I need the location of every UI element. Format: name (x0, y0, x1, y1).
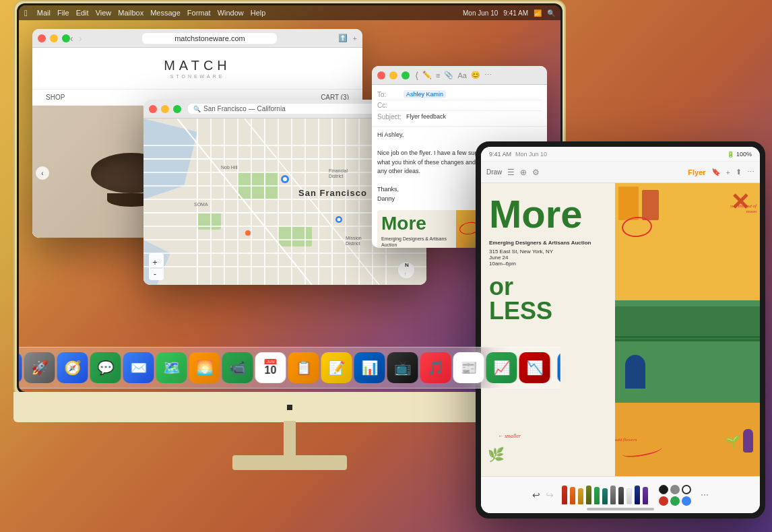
mail-fields: To: Ashley Kamin Cc: Subject: Flyer feed… (372, 85, 547, 127)
dock-appletv-icon[interactable]: 📺 (387, 352, 418, 383)
menubar-mailbox[interactable]: Mailbox (118, 9, 143, 17)
ipad-flyer-arch (625, 355, 645, 389)
safari-new-tab-icon[interactable]: + (353, 34, 357, 42)
ipad-grid-icon[interactable]: ⊕ (520, 168, 527, 177)
dock: 🐟 🚀 🧭 💬 ✉️ (19, 347, 560, 389)
dock-messages-icon[interactable]: 💬 (90, 352, 121, 383)
menubar-search-icon[interactable]: 🔍 (547, 9, 555, 17)
mail-subject-value[interactable]: Flyer feedback (404, 112, 449, 121)
menubar-edit[interactable]: Edit (76, 9, 89, 17)
ipad-pen-purple[interactable] (643, 487, 648, 504)
menubar-help[interactable]: Help (251, 9, 266, 17)
ipad-tools-more-icon[interactable]: ⋯ (701, 490, 709, 500)
svg-text:Mission: Mission (346, 236, 362, 240)
ipad-settings-icon[interactable]: ⚙ (532, 168, 540, 177)
maps-maximize-btn[interactable] (173, 105, 181, 113)
svg-point-32 (283, 177, 287, 181)
ipad-pen-orange[interactable] (570, 487, 575, 504)
ipad-color-gray[interactable] (670, 485, 680, 494)
ipad-pen-yellow[interactable] (578, 488, 583, 504)
safari-maximize-btn[interactable] (62, 34, 70, 42)
dock-launchpad-icon[interactable]: 🚀 (24, 352, 55, 383)
ipad-color-green[interactable] (670, 496, 680, 506)
ipad-color-black[interactable] (659, 485, 668, 494)
menubar-message[interactable]: Message (150, 9, 181, 17)
menubar-date: Mon Jun 10 (463, 9, 498, 17)
dock-mail-icon[interactable]: ✉️ (123, 352, 154, 383)
dock-safari-icon[interactable]: 🧭 (57, 352, 88, 383)
dock-keynote-icon[interactable]: 📊 (354, 352, 385, 383)
mail-toolbar-font-icon[interactable]: Aa (457, 71, 466, 79)
svg-text:District: District (329, 174, 343, 178)
dock-facetime-icon[interactable]: 📹 (222, 352, 253, 383)
dock-appstore-icon[interactable]: 🛍️ (558, 352, 561, 383)
menubar-window[interactable]: Window (218, 9, 244, 17)
ipad-pen-olive[interactable] (586, 486, 591, 504)
mail-toolbar-pen-icon[interactable]: ✏️ (422, 71, 432, 79)
maps-minimize-btn[interactable] (161, 105, 169, 113)
dock-finder-icon[interactable]: 🐟 (19, 352, 22, 383)
safari-shop-link[interactable]: SHOP (46, 94, 65, 101)
ipad-pen-white[interactable] (626, 488, 632, 504)
ipad-color-blue[interactable] (682, 496, 691, 506)
mail-close-btn[interactable] (377, 71, 385, 79)
svg-rect-3 (197, 213, 221, 230)
mail-toolbar-list-icon[interactable]: ≡ (436, 71, 440, 79)
ipad-undo-icon[interactable]: ↩ (532, 490, 540, 500)
ipad-color-red[interactable] (659, 496, 668, 506)
ipad-vase-icon (743, 429, 753, 453)
safari-close-btn[interactable] (38, 34, 46, 42)
menubar-file[interactable]: File (57, 9, 69, 17)
safari-url-bar[interactable]: matchstoneware.com (142, 33, 277, 44)
ipad-pen-red[interactable] (562, 486, 567, 504)
ipad-bookmark-icon[interactable]: 🔖 (711, 168, 721, 176)
ipad-event-details: Emerging Designers & Artisans Auction (489, 239, 612, 247)
ipad-redo-icon[interactable]: ↪ (546, 490, 554, 500)
menubar-format[interactable]: Format (187, 9, 211, 17)
safari-forward-icon[interactable]: › (79, 33, 82, 44)
maps-close-btn[interactable] (149, 105, 157, 113)
dock-photos-icon[interactable]: 🌅 (189, 352, 220, 383)
menubar-mail[interactable]: Mail (37, 9, 51, 17)
ipad-share-icon[interactable]: ⬆ (736, 168, 742, 176)
dock-grapher-icon[interactable]: 📉 (519, 352, 550, 383)
dock-calendar-icon[interactable]: JUN 10 (255, 352, 286, 383)
ipad-statusbar: 9:41 AM Mon Jun 10 🔋 100% (481, 147, 760, 162)
ipad-pen-teal[interactable] (602, 488, 608, 504)
dock-maps-icon[interactable]: 🗺️ (156, 352, 187, 383)
dock-notes-icon[interactable]: 📝 (321, 352, 352, 383)
mail-minimize-btn[interactable] (389, 71, 397, 79)
ipad-pen-darkblue[interactable] (635, 486, 640, 504)
safari-back-icon[interactable]: ‹ (70, 33, 73, 44)
ipad-more-icon[interactable]: ⋯ (747, 168, 754, 176)
ipad-color-white[interactable] (682, 485, 691, 494)
safari-minimize-btn[interactable] (50, 34, 58, 42)
dock-numbers-icon[interactable]: 📈 (486, 352, 517, 383)
dock-reminders-icon[interactable]: 📋 (288, 352, 319, 383)
mail-toolbar-more-icon[interactable]: ⋯ (484, 71, 492, 79)
svg-rect-2 (278, 226, 312, 246)
mail-to-value[interactable]: Ashley Kamin (404, 90, 446, 98)
safari-share-icon[interactable]: ⬆️ (338, 34, 348, 42)
mail-toolbar-arrow-icon[interactable]: ⟨ (415, 70, 418, 81)
ipad-frame: 9:41 AM Mon Jun 10 🔋 100% Draw ☰ ⊕ ⚙ Fly… (476, 141, 765, 519)
mail-maximize-btn[interactable] (401, 71, 410, 79)
ipad-add-icon[interactable]: + (726, 168, 730, 176)
mail-flyer-event-info: Emerging Designers & Artisans Auction (381, 236, 452, 248)
dock-music-icon[interactable]: 🎵 (420, 352, 451, 383)
svg-text:San Francisco: San Francisco (298, 188, 367, 198)
mail-toolbar-attach-icon[interactable]: 📎 (444, 71, 453, 79)
mail-toolbar-emoji-icon[interactable]: 😊 (471, 71, 480, 79)
ipad-list-icon[interactable]: ☰ (507, 168, 515, 177)
ipad-pen-gray[interactable] (610, 486, 616, 504)
menubar-view[interactable]: View (96, 9, 112, 17)
ipad-flowers-annotation: add flowers (615, 437, 637, 442)
product-prev-icon[interactable]: ‹ (36, 166, 49, 180)
ipad-address: 315 East St, New York, NY (489, 248, 612, 255)
dock-news-icon[interactable]: 📰 (453, 352, 484, 383)
ipad-pen-green[interactable] (594, 487, 600, 504)
ipad-draw-btn[interactable]: Draw (486, 168, 502, 176)
apple-logo-icon:  (24, 8, 28, 18)
ipad-pen-darkgray[interactable] (618, 487, 624, 504)
svg-text:District: District (346, 241, 360, 246)
